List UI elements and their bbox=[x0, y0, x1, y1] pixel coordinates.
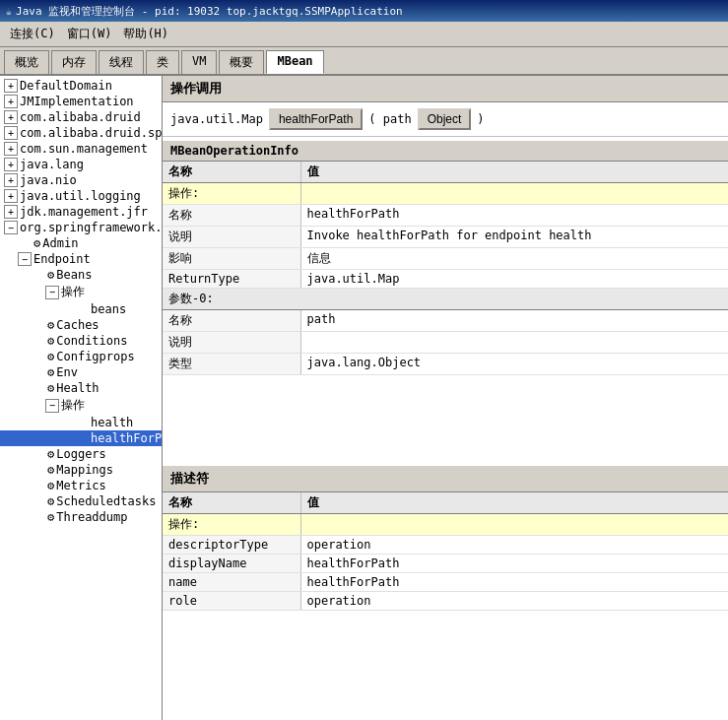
sidebar-item-Beans[interactable]: ⚙Beans bbox=[0, 267, 162, 283]
menu-help[interactable]: 帮助(H) bbox=[117, 24, 174, 44]
invoke-section-header: 操作调用 bbox=[163, 76, 728, 102]
sidebar-item-com.alibaba.druid.sp[interactable]: +com.alibaba.druid.sp bbox=[0, 125, 162, 141]
tab-threads[interactable]: 线程 bbox=[99, 50, 144, 74]
操作-health-expand-btn[interactable]: − bbox=[45, 399, 59, 413]
param-row-0-val: path bbox=[300, 310, 728, 332]
tab-classes[interactable]: 类 bbox=[146, 50, 179, 74]
org.springframework-expand-btn[interactable]: − bbox=[4, 221, 18, 234]
sidebar-item-jdk.management.jfr[interactable]: +jdk.management.jfr bbox=[0, 204, 162, 220]
param-row-0-name: 名称 bbox=[163, 310, 300, 332]
desc-row-4-name: role bbox=[163, 592, 300, 611]
Configprops-label: Configprops bbox=[56, 350, 134, 363]
param-row-2-name: 类型 bbox=[163, 354, 300, 375]
Endpoint-label: Endpoint bbox=[33, 252, 91, 266]
sidebar-item-JMImplementation[interactable]: +JMImplementation bbox=[0, 94, 162, 109]
sidebar-item-Conditions[interactable]: ⚙Conditions bbox=[0, 333, 162, 349]
DefaultDomain-expand-btn[interactable]: + bbox=[4, 79, 18, 93]
desc-row-3-val: healthForPath bbox=[300, 573, 728, 592]
mbean-section-title: MBeanOperationInfo bbox=[163, 141, 728, 162]
com.alibaba.druid-expand-btn[interactable]: + bbox=[4, 110, 18, 124]
desc-row-0-val bbox=[300, 514, 728, 536]
Endpoint-expand-btn[interactable]: − bbox=[18, 252, 32, 266]
sidebar[interactable]: +DefaultDomain+JMImplementation+com.alib… bbox=[0, 76, 163, 720]
mbean-info-table: 名称 值 操作:名称healthForPath说明Invoke healthFo… bbox=[163, 162, 728, 375]
java.lang-label: java.lang bbox=[20, 158, 84, 171]
mbean-row-3: 影响信息 bbox=[163, 248, 728, 270]
sidebar-item-Scheduledtasks[interactable]: ⚙Scheduledtasks bbox=[0, 493, 162, 509]
sidebar-item-操作-health[interactable]: −操作 bbox=[0, 396, 162, 415]
操作-beans-expand-btn[interactable]: − bbox=[45, 286, 59, 299]
title-icon: ☕ bbox=[6, 6, 12, 17]
sidebar-item-com.alibaba.druid[interactable]: +com.alibaba.druid bbox=[0, 109, 162, 125]
Env-label: Env bbox=[56, 365, 78, 379]
sidebar-item-org.springframework[interactable]: −org.springframework. bbox=[0, 220, 162, 235]
java.util.logging-expand-btn[interactable]: + bbox=[4, 189, 18, 203]
menu-window[interactable]: 窗口(W) bbox=[61, 24, 118, 44]
sidebar-item-java.lang[interactable]: +java.lang bbox=[0, 157, 162, 172]
invoke-close-paren: ) bbox=[477, 112, 484, 126]
sidebar-item-beans[interactable]: beans bbox=[0, 301, 162, 317]
invoke-open-paren: ( path bbox=[368, 112, 411, 126]
Scheduledtasks-gear-icon: ⚙ bbox=[47, 494, 54, 508]
descriptor-table: 名称 值 操作:descriptorTypeoperationdisplayNa… bbox=[163, 492, 728, 611]
sidebar-item-Configprops[interactable]: ⚙Configprops bbox=[0, 349, 162, 364]
desc-row-1-name: descriptorType bbox=[163, 536, 300, 555]
sidebar-item-Admin[interactable]: ⚙Admin bbox=[0, 235, 162, 251]
sidebar-item-Health[interactable]: ⚙Health bbox=[0, 380, 162, 396]
Scheduledtasks-label: Scheduledtasks bbox=[56, 494, 156, 508]
tab-vm[interactable]: VM bbox=[181, 50, 217, 74]
sidebar-item-Mappings[interactable]: ⚙Mappings bbox=[0, 462, 162, 478]
sidebar-item-com.sun.management[interactable]: +com.sun.management bbox=[0, 141, 162, 157]
sidebar-item-Env[interactable]: ⚙Env bbox=[0, 364, 162, 380]
java.nio-expand-btn[interactable]: + bbox=[4, 173, 18, 187]
sidebar-item-java.nio[interactable]: +java.nio bbox=[0, 172, 162, 188]
sidebar-item-Metrics[interactable]: ⚙Metrics bbox=[0, 478, 162, 493]
sidebar-item-health[interactable]: health bbox=[0, 415, 162, 430]
com.sun.management-expand-btn[interactable]: + bbox=[4, 142, 18, 156]
sidebar-item-Loggers[interactable]: ⚙Loggers bbox=[0, 446, 162, 462]
sidebar-item-Endpoint[interactable]: −Endpoint bbox=[0, 251, 162, 267]
tab-bar: 概览 内存 线程 类 VM 概要 MBean bbox=[0, 47, 728, 76]
操作-beans-label: 操作 bbox=[61, 284, 85, 300]
desc-row-3-name: name bbox=[163, 573, 300, 592]
param-row-1-name: 说明 bbox=[163, 332, 300, 354]
param-row-2-val: java.lang.Object bbox=[300, 354, 728, 375]
sidebar-item-Caches[interactable]: ⚙Caches bbox=[0, 317, 162, 333]
Admin-label: Admin bbox=[42, 236, 78, 250]
menu-bar: 连接(C) 窗口(W) 帮助(H) bbox=[0, 22, 728, 47]
sidebar-item-java.util.logging[interactable]: +java.util.logging bbox=[0, 188, 162, 204]
desc-row-1-val: operation bbox=[300, 536, 728, 555]
Mappings-label: Mappings bbox=[56, 463, 113, 477]
mbean-row-3-name: 影响 bbox=[163, 248, 300, 270]
invoke-type-button[interactable]: Object bbox=[418, 108, 472, 130]
tab-memory[interactable]: 内存 bbox=[51, 50, 97, 74]
jdk.management.jfr-expand-btn[interactable]: + bbox=[4, 205, 18, 219]
sidebar-item-DefaultDomain[interactable]: +DefaultDomain bbox=[0, 78, 162, 94]
invoke-button[interactable]: healthForPath bbox=[269, 108, 363, 130]
col-name-header: 名称 bbox=[163, 162, 300, 183]
Conditions-gear-icon: ⚙ bbox=[47, 334, 54, 348]
java.lang-expand-btn[interactable]: + bbox=[4, 158, 18, 171]
JMImplementation-label: JMImplementation bbox=[20, 95, 134, 108]
menu-connect[interactable]: 连接(C) bbox=[4, 24, 61, 44]
desc-row-4: roleoperation bbox=[163, 592, 728, 611]
sidebar-item-Threaddump[interactable]: ⚙Threaddump bbox=[0, 509, 162, 525]
com.alibaba.druid.sp-expand-btn[interactable]: + bbox=[4, 126, 18, 140]
param-row-2: 类型java.lang.Object bbox=[163, 354, 728, 375]
JMImplementation-expand-btn[interactable]: + bbox=[4, 95, 18, 108]
param-header-row: 参数-0: bbox=[163, 289, 728, 310]
tab-mbean[interactable]: MBean bbox=[266, 50, 323, 74]
spacer bbox=[163, 379, 728, 458]
param-header-label: 参数-0: bbox=[163, 289, 728, 310]
tab-summary[interactable]: 概要 bbox=[219, 50, 264, 74]
descriptor-section: 描述符 名称 值 操作:descriptorTypeoperationdispl… bbox=[163, 466, 728, 611]
sidebar-item-healthForPath[interactable]: healthForP... bbox=[0, 430, 162, 446]
Caches-label: Caches bbox=[56, 318, 99, 332]
mbean-row-4-val: java.util.Map bbox=[300, 270, 728, 289]
sidebar-item-操作-beans[interactable]: −操作 bbox=[0, 283, 162, 301]
Metrics-gear-icon: ⚙ bbox=[47, 479, 54, 492]
DefaultDomain-label: DefaultDomain bbox=[20, 79, 112, 93]
com.sun.management-label: com.sun.management bbox=[20, 142, 148, 156]
tab-overview[interactable]: 概览 bbox=[4, 50, 49, 74]
mbean-row-4: ReturnTypejava.util.Map bbox=[163, 270, 728, 289]
